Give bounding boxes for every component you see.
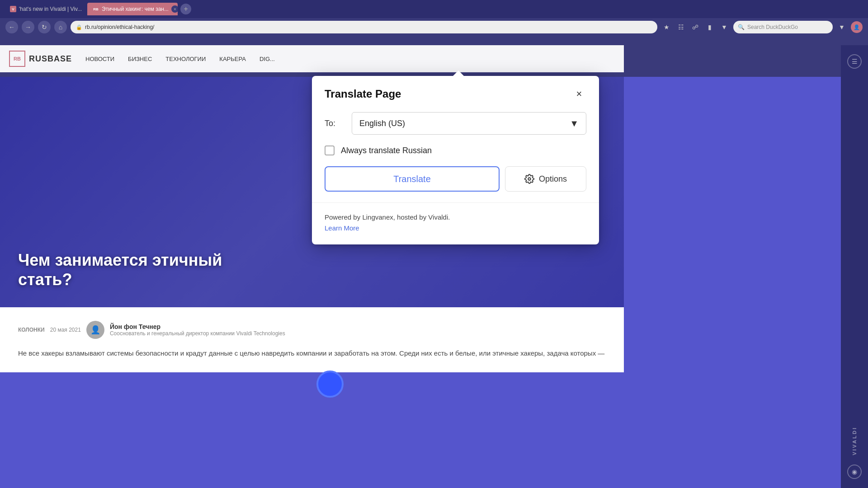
- dialog-title: Translate Page: [325, 88, 401, 100]
- rb-brand-name: RUSBASE: [29, 54, 72, 64]
- blue-circle-decoration: [316, 371, 344, 398]
- to-label: To:: [325, 119, 343, 128]
- learn-more-link[interactable]: Learn More: [325, 224, 359, 232]
- panel-icon[interactable]: ▮: [704, 22, 715, 33]
- vivaldi-icon-2[interactable]: ◉: [847, 465, 862, 479]
- translate-dialog: Translate Page × To: English (US) ▼ Alwa…: [312, 76, 599, 244]
- dialog-body: To: English (US) ▼ Always translate Russ…: [312, 108, 599, 244]
- tab-2-label: Этичный хакинг: чем зан...: [102, 6, 169, 12]
- forward-button[interactable]: →: [22, 21, 34, 33]
- address-bar-row: ← → ↻ ⌂ 🔒 rb.ru/opinion/ethical-hacking/…: [0, 18, 868, 36]
- article-date: 20 мая 2021: [50, 327, 81, 333]
- reader-icon[interactable]: ☷: [675, 22, 686, 33]
- dialog-header: Translate Page ×: [312, 76, 599, 108]
- author-info: Йон фон Течнер Сооснователь и генеральны…: [110, 323, 285, 337]
- action-buttons: Translate Options: [325, 166, 586, 192]
- tab-2[interactable]: RB Этичный хакинг: чем зан... ×: [87, 3, 178, 15]
- back-button[interactable]: ←: [5, 21, 18, 33]
- search-dropdown-icon[interactable]: ▼: [836, 22, 847, 33]
- address-text: rb.ru/opinion/ethical-hacking/: [85, 24, 154, 30]
- user-avatar[interactable]: 👤: [851, 21, 863, 33]
- lock-icon: 🔒: [76, 24, 82, 30]
- hero-text: Чем занимается этичныйстать?: [18, 250, 222, 289]
- article-text: Не все хакеры взламывают системы безопас…: [18, 348, 606, 359]
- always-translate-label: Always translate Russian: [341, 146, 432, 155]
- rb-logo-letters: RB: [14, 56, 21, 61]
- language-select-dropdown[interactable]: English (US) ▼: [352, 112, 586, 135]
- reload-button[interactable]: ↻: [38, 21, 51, 33]
- dialog-close-button[interactable]: ×: [572, 87, 586, 101]
- powered-by-section: Powered by Lingvanex, hosted by Vivaldi.…: [325, 212, 586, 234]
- nav-item-dig[interactable]: DIG...: [259, 56, 275, 62]
- nav-item-tech[interactable]: ТЕХНОЛОГИИ: [165, 56, 206, 62]
- author-avatar: 👤: [86, 321, 104, 339]
- bookmark-icon[interactable]: ★: [661, 22, 672, 33]
- tab-1-favicon: V: [10, 6, 16, 12]
- language-selected-value: English (US): [359, 119, 405, 128]
- search-placeholder: Search DuckDuckGo: [747, 24, 798, 30]
- article-category: КОЛОНКИ: [18, 327, 45, 333]
- address-bar[interactable]: 🔒 rb.ru/opinion/ethical-hacking/: [71, 21, 657, 33]
- tab-2-favicon: RB: [93, 6, 99, 12]
- powered-by-text: Powered by Lingvanex, hosted by Vivaldi.: [325, 213, 450, 221]
- options-button[interactable]: Options: [505, 166, 586, 192]
- tab-1[interactable]: V 'hat's new in Vivaldi | Viv...: [5, 3, 87, 15]
- author-title: Сооснователь и генеральный директор комп…: [110, 330, 285, 337]
- language-select-row: To: English (US) ▼: [325, 112, 586, 135]
- dropdown-icon[interactable]: ▼: [719, 22, 730, 33]
- article-area: КОЛОНКИ 20 мая 2021 👤 Йон фон Течнер Соо…: [0, 307, 624, 372]
- author-name: Йон фон Течнер: [110, 323, 285, 330]
- new-tab-button[interactable]: +: [180, 4, 191, 14]
- dialog-divider: [312, 202, 599, 203]
- vivaldi-sidebar: ☰ VIVALDI ◉: [841, 45, 868, 488]
- tab-bar: V 'hat's new in Vivaldi | Viv... RB Этич…: [0, 0, 868, 18]
- article-meta: КОЛОНКИ 20 мая 2021 👤 Йон фон Течнер Соо…: [18, 321, 606, 339]
- nav-item-business[interactable]: БИЗНЕС: [128, 56, 152, 62]
- tab-2-close[interactable]: ×: [171, 5, 178, 13]
- rusbase-nav: RB RUSBASE НОВОСТИ БИЗНЕС ТЕХНОЛОГИИ КАР…: [0, 45, 624, 72]
- search-bar[interactable]: 🔍 Search DuckDuckGo: [733, 21, 833, 33]
- vivaldi-logo-text: VIVALDI: [852, 427, 857, 455]
- gear-icon: [524, 174, 534, 184]
- options-button-label: Options: [539, 174, 567, 184]
- search-icon: 🔍: [738, 24, 745, 30]
- rb-logo[interactable]: RB RUSBASE: [9, 51, 72, 67]
- rb-logo-box: RB: [9, 51, 25, 67]
- translate-icon[interactable]: ☍: [690, 22, 701, 33]
- always-translate-checkbox[interactable]: [325, 145, 335, 155]
- tab-1-label: 'hat's new in Vivaldi | Viv...: [19, 6, 82, 12]
- translate-button[interactable]: Translate: [325, 166, 500, 192]
- home-button[interactable]: ⌂: [54, 21, 67, 33]
- nav-item-news[interactable]: НОВОСТИ: [85, 56, 114, 62]
- always-translate-row: Always translate Russian: [325, 145, 586, 155]
- dropdown-arrow-icon: ▼: [570, 118, 579, 129]
- nav-item-career[interactable]: КАРЬЕРА: [219, 56, 246, 62]
- vivaldi-icon-1[interactable]: ☰: [847, 54, 862, 69]
